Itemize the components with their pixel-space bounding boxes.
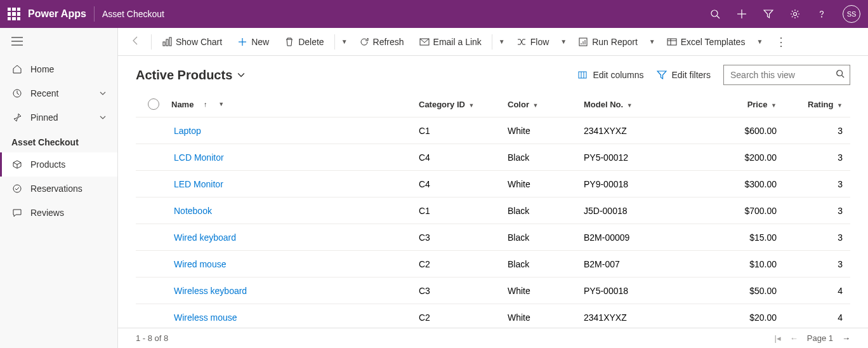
cmd-label: Refresh [373, 37, 404, 47]
row-name-link[interactable]: Wired keyboard [171, 232, 236, 243]
table-row[interactable]: LCD Monitor C4 Black PY5-00012 $200.00 3 [136, 144, 850, 170]
row-name-link[interactable]: Wireless keyboard [171, 286, 247, 296]
sidebar-item-home[interactable]: Home [0, 57, 117, 81]
avatar[interactable]: SS [843, 5, 860, 23]
view-selector[interactable]: Active Products [136, 68, 245, 83]
flow-button[interactable]: Flow [510, 33, 556, 51]
grid-footer: 1 - 8 of 8 |◂ ← Page 1 → [118, 328, 868, 348]
svg-marker-28 [657, 71, 666, 79]
row-name-link[interactable]: Notebook [171, 206, 212, 216]
row-name-link[interactable]: Wired mouse [171, 259, 226, 269]
first-page-icon[interactable]: |◂ [774, 333, 780, 343]
row-name-link[interactable]: LED Monitor [171, 179, 223, 189]
hamburger-icon[interactable] [0, 28, 117, 57]
next-page-icon[interactable]: → [842, 333, 850, 343]
new-button[interactable]: New [231, 33, 275, 51]
delete-button[interactable]: Delete [278, 33, 330, 51]
table-row[interactable]: Wireless keyboard C3 White PY5-00018 $50… [136, 277, 850, 304]
chevron-down-icon[interactable]: ▼ [218, 101, 224, 107]
search-field[interactable] [730, 70, 831, 80]
chevron-down-icon[interactable]: ▼ [627, 102, 633, 109]
cmd-label: Show Chart [176, 37, 222, 47]
column-header-name[interactable]: Name ↑ ▼ [171, 100, 419, 109]
svg-rect-13 [166, 39, 168, 46]
table-row[interactable]: Wired mouse C2 Black B2M-007 $10.00 3 [136, 250, 850, 277]
more-button[interactable]: ⋮ [770, 31, 792, 53]
column-header-model[interactable]: Model No. ▼ [584, 100, 711, 109]
cell-rating: 3 [787, 179, 850, 189]
va-label: Edit filters [672, 70, 711, 80]
search-icon[interactable] [709, 8, 721, 20]
run-report-button[interactable]: Run Report [572, 33, 644, 51]
cmd-label: Excel Templates [681, 37, 746, 47]
chevron-down-icon[interactable]: ▼ [558, 38, 569, 45]
row-name-link[interactable]: Laptop [171, 126, 201, 136]
column-header-rating[interactable]: Rating ▼ [787, 100, 850, 109]
row-name-link[interactable]: LCD Monitor [171, 152, 224, 163]
cmd-label: Run Report [592, 37, 638, 47]
table-row[interactable]: Wired keyboard C3 Black B2M-00009 $15.00… [136, 224, 850, 250]
table-row[interactable]: Notebook C1 Black J5D-00018 $700.00 3 [136, 197, 850, 224]
table-row[interactable]: Wireless mouse C2 White 2341XYXZ $20.00 … [136, 304, 850, 328]
svg-point-0 [711, 10, 718, 17]
table-row[interactable]: Laptop C1 White 2341XYXZ $600.00 3 [136, 117, 850, 144]
chevron-down-icon[interactable] [100, 88, 106, 98]
column-header-color[interactable]: Color ▼ [508, 100, 584, 109]
select-all-checkbox[interactable] [148, 98, 159, 110]
cell-color: White [508, 126, 584, 136]
sidebar-item-label: Reservations [30, 184, 82, 194]
help-icon[interactable] [816, 8, 827, 20]
cell-category: C2 [419, 259, 508, 269]
cell-category: C4 [419, 179, 508, 189]
chevron-down-icon[interactable] [100, 112, 106, 123]
sidebar: Home Recent Pinned Asset Checkout Produc… [0, 28, 118, 348]
chevron-down-icon[interactable]: ▼ [339, 38, 350, 45]
sidebar-item-pinned[interactable]: Pinned [0, 105, 117, 130]
cell-rating: 3 [787, 232, 850, 243]
chevron-down-icon[interactable]: ▼ [837, 102, 843, 109]
chevron-down-icon[interactable]: ▼ [647, 38, 658, 45]
prev-page-icon[interactable]: ← [790, 333, 798, 343]
check-circle-icon [11, 183, 23, 194]
cell-rating: 3 [787, 259, 850, 269]
cell-category: C3 [419, 286, 508, 296]
chevron-down-icon[interactable]: ▼ [496, 38, 508, 45]
sidebar-item-reviews[interactable]: Reviews [0, 201, 117, 225]
svg-marker-4 [764, 10, 773, 18]
plus-icon[interactable] [736, 8, 747, 20]
gear-icon[interactable] [789, 8, 801, 20]
chevron-down-icon[interactable]: ▼ [771, 102, 777, 109]
chevron-down-icon[interactable]: ▼ [533, 102, 539, 109]
edit-filters-button[interactable]: Edit filters [657, 70, 711, 80]
cell-color: Black [508, 206, 584, 216]
sidebar-item-reservations[interactable]: Reservations [0, 177, 117, 201]
svg-rect-22 [667, 39, 676, 45]
svg-rect-25 [579, 72, 586, 78]
sidebar-item-recent[interactable]: Recent [0, 81, 117, 105]
table-row[interactable]: LED Monitor C4 White PY9-00018 $300.00 3 [136, 170, 850, 197]
back-button[interactable] [124, 32, 147, 52]
search-view-input[interactable] [723, 65, 850, 85]
chevron-down-icon[interactable]: ▼ [469, 102, 475, 109]
excel-templates-button[interactable]: Excel Templates [661, 33, 752, 51]
column-header-price[interactable]: Price ▼ [711, 100, 787, 109]
chevron-down-icon[interactable]: ▼ [754, 38, 765, 45]
search-icon[interactable] [836, 69, 845, 81]
refresh-button[interactable]: Refresh [353, 33, 411, 51]
cell-category: C3 [419, 232, 508, 243]
sidebar-item-label: Products [30, 159, 65, 170]
chart-icon [162, 37, 172, 47]
column-header-category[interactable]: Category ID ▼ [419, 100, 508, 109]
filter-icon[interactable] [763, 8, 774, 20]
app-header: Power Apps Asset Checkout SS [0, 0, 868, 28]
sidebar-item-products[interactable]: Products [0, 152, 117, 177]
row-name-link[interactable]: Wireless mouse [171, 312, 237, 323]
show-chart-button[interactable]: Show Chart [155, 33, 228, 51]
app-launcher-icon[interactable] [8, 8, 20, 20]
cell-rating: 4 [787, 312, 850, 323]
cell-price: $10.00 [711, 259, 787, 269]
email-link-button[interactable]: Email a Link [413, 33, 488, 51]
svg-point-29 [837, 70, 843, 76]
edit-columns-button[interactable]: Edit columns [577, 70, 643, 80]
filter-icon [657, 70, 667, 80]
